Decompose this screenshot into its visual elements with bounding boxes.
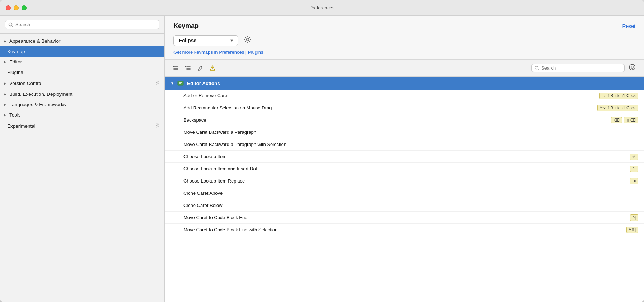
sidebar-item-label: Experimental	[7, 123, 153, 129]
action-row[interactable]: Move Caret Backward a Paragraph with Sel…	[165, 138, 644, 151]
close-button[interactable]	[6, 5, 11, 10]
traffic-lights	[6, 5, 27, 10]
keymap-select[interactable]: Eclipse Default Emacs Sublime Text Visua…	[173, 35, 238, 46]
sidebar-search-input[interactable]	[15, 22, 156, 27]
svg-line-1	[12, 25, 13, 27]
sidebar-item-build[interactable]: ▶ Build, Execution, Deployment	[0, 89, 164, 99]
main-header: Keymap Reset Eclipse Default Emacs Subli…	[165, 16, 644, 60]
arrow-icon: ▶	[4, 39, 6, 43]
action-shortcuts: ⌥⇧Button1 Click	[599, 93, 638, 99]
find-shortcut-icon	[628, 63, 636, 71]
warning-icon	[210, 65, 215, 71]
sidebar-item-label: Editor	[9, 59, 159, 65]
action-name: Choose Lookup Item Replace	[183, 178, 630, 184]
action-name: Add Rectangular Selection on Mouse Drag	[183, 105, 597, 110]
sidebar-item-experimental[interactable]: Experimental ⎘	[0, 120, 164, 132]
sidebar-item-label: Appearance & Behavior	[9, 38, 159, 44]
editor-icon	[177, 80, 184, 87]
action-shortcuts: ⌫⇧⌫	[611, 117, 638, 123]
shortcut-badge: ⌥⇧Button1 Click	[599, 93, 638, 99]
find-by-shortcut-button[interactable]	[626, 62, 638, 74]
action-search-input[interactable]	[541, 65, 621, 71]
action-row[interactable]: Clone Caret Below	[165, 199, 644, 212]
action-name: Move Caret to Code Block End with Select…	[183, 227, 626, 232]
action-name: Choose Lookup Item and Insert Dot	[183, 166, 630, 171]
arrow-icon: ▶	[4, 81, 6, 85]
sidebar-item-editor[interactable]: ▶ Editor	[0, 57, 164, 67]
action-name: Move Caret to Code Block End	[183, 215, 630, 220]
action-name: Backspace	[183, 117, 611, 123]
minimize-button[interactable]	[14, 5, 19, 10]
action-row[interactable]: Choose Lookup Item Replace⇥	[165, 175, 644, 187]
action-name: Add or Remove Caret	[183, 93, 599, 98]
actions-list: ▼ Editor Actions Add or Remove Caret⌥⇧Bu…	[165, 77, 644, 302]
shortcut-badge: ↵	[630, 154, 638, 160]
action-shortcuts: ^⇧]	[626, 227, 638, 233]
copy-icon: ⎘	[156, 80, 159, 86]
action-rows-container: Add or Remove Caret⌥⇧Button1 ClickAdd Re…	[165, 90, 644, 236]
action-row[interactable]: Add Rectangular Selection on Mouse Drag^…	[165, 102, 644, 114]
shortcut-badge: ^.	[630, 166, 638, 172]
svg-point-2	[247, 38, 249, 41]
action-name: Choose Lookup Item	[183, 154, 630, 159]
main-header-top: Keymap Reset	[173, 22, 635, 30]
titlebar: Preferences	[0, 0, 644, 16]
sidebar-item-label: Version Control	[9, 81, 153, 86]
window-title: Preferences	[309, 5, 334, 10]
action-row[interactable]: Move Caret to Code Block End^]	[165, 212, 644, 224]
keymap-link[interactable]: Get more keymaps in Preferences | Plugin…	[173, 49, 635, 55]
arrow-icon: ▶	[4, 103, 6, 107]
action-row[interactable]: Move Caret to Code Block End with Select…	[165, 224, 644, 236]
svg-point-14	[631, 66, 633, 68]
maximize-button[interactable]	[22, 5, 27, 10]
action-shortcuts: ^]	[630, 214, 638, 221]
sidebar-item-label: Tools	[9, 112, 159, 118]
action-row[interactable]: Choose Lookup Item and Insert Dot^.	[165, 163, 644, 175]
action-row[interactable]: Clone Caret Above	[165, 187, 644, 199]
shortcut-badge: ⇧⌫	[624, 117, 638, 123]
reset-button[interactable]: Reset	[622, 23, 635, 29]
search-icon	[8, 22, 13, 27]
gear-button[interactable]	[242, 35, 253, 46]
action-row[interactable]: Move Caret Backward a Paragraph	[165, 126, 644, 138]
action-shortcuts: ^⌥⇧Button1 Click	[597, 105, 638, 111]
page-title: Keymap	[173, 22, 199, 30]
editor-actions-group-header[interactable]: ▼ Editor Actions	[165, 77, 644, 90]
action-shortcuts: ↵	[630, 154, 638, 160]
action-row[interactable]: Backspace⌫⇧⌫	[165, 114, 644, 126]
search-icon	[535, 66, 539, 70]
arrow-icon: ▶	[4, 92, 6, 96]
action-name: Move Caret Backward a Paragraph	[183, 129, 638, 135]
sidebar-item-version-control[interactable]: ▶ Version Control ⎘	[0, 77, 164, 89]
action-toolbar	[165, 60, 644, 77]
sidebar-item-label: Build, Execution, Deployment	[9, 91, 159, 97]
action-row[interactable]: Choose Lookup Item↵	[165, 151, 644, 163]
keymap-row: Eclipse Default Emacs Sublime Text Visua…	[173, 35, 635, 46]
gear-icon	[244, 36, 252, 43]
shortcut-badge: ^⇧]	[626, 227, 638, 233]
editor-actions-group-label: Editor Actions	[187, 81, 220, 86]
edit-icon	[197, 65, 203, 71]
sidebar-item-languages[interactable]: ▶ Languages & Frameworks	[0, 99, 164, 110]
sidebar-item-label: Languages & Frameworks	[9, 102, 159, 107]
sidebar-item-appearance[interactable]: ▶ Appearance & Behavior	[0, 36, 164, 46]
shortcut-badge: ⇥	[630, 178, 638, 184]
sidebar-item-tools[interactable]: ▶ Tools	[0, 110, 164, 120]
arrow-icon: ▶	[4, 60, 6, 64]
expand-all-button[interactable]	[171, 63, 181, 73]
sidebar-item-plugins[interactable]: Plugins	[0, 67, 164, 77]
arrow-icon: ▶	[4, 113, 6, 117]
action-row[interactable]: Add or Remove Caret⌥⇧Button1 Click	[165, 90, 644, 102]
edit-button[interactable]	[195, 63, 206, 73]
sidebar-item-label: Keymap	[7, 49, 159, 54]
nav-list: ▶ Appearance & Behavior Keymap ▶ Editor …	[0, 34, 164, 302]
shortcut-badge: ^⌥⇧Button1 Click	[597, 105, 638, 111]
main-panel: Keymap Reset Eclipse Default Emacs Subli…	[165, 16, 644, 302]
action-name: Move Caret Backward a Paragraph with Sel…	[183, 142, 638, 147]
warning-button[interactable]	[207, 63, 218, 73]
action-shortcuts: ^.	[630, 166, 638, 172]
sidebar-item-keymap[interactable]: Keymap	[0, 46, 164, 57]
collapse-all-button[interactable]	[183, 63, 194, 73]
copy-icon: ⎘	[156, 123, 159, 129]
action-shortcuts: ⇥	[630, 178, 638, 184]
